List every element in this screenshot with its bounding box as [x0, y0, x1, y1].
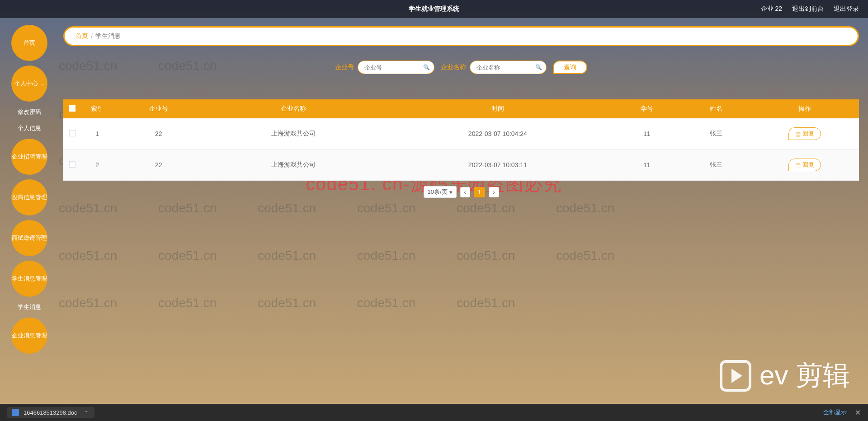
sidebar-home[interactable]: 首页 [11, 25, 47, 61]
download-file[interactable]: 1646618513298.doc ⌃ [7, 407, 94, 418]
sidebar-change-password[interactable]: 修改密码 [9, 106, 50, 118]
page-size-label: 10条/页 [428, 188, 448, 196]
exit-to-front[interactable]: 退出到前台 [792, 5, 824, 13]
watermark: code51.cn [457, 296, 515, 310]
sidebar-student-msg[interactable]: 学生消息 [9, 301, 50, 313]
cell-student-no: 11 [612, 118, 681, 150]
pagination: 10条/页 ▾ ‹ 1 › [63, 186, 859, 198]
watermark: code51.cn [556, 201, 614, 215]
watermark: code51.cn [357, 248, 415, 263]
breadcrumb: 首页 / 学生消息 [63, 26, 859, 46]
download-filename: 1646618513298.doc [24, 409, 77, 416]
watermark: code51.cn [158, 248, 217, 263]
watermark: code51.cn [258, 248, 316, 263]
document-icon: ▤ [795, 131, 801, 137]
watermark: code51.cn [59, 248, 117, 263]
cell-index: 1 [81, 118, 113, 150]
watermark: code51.cn [59, 296, 117, 310]
cell-time: 2022-03-07 10:04:24 [383, 118, 612, 150]
sidebar-interview-mgmt[interactable]: 面试邀请管理 [11, 220, 47, 256]
current-user[interactable]: 企业 22 [761, 5, 782, 13]
watermark: code51.cn [357, 296, 415, 310]
sidebar-personal-center[interactable]: 个人中心 ⌄ [11, 65, 47, 102]
table-row: 2 22 上海游戏共公司 2022-03-07 10:03:11 11 张三 ▤… [63, 150, 859, 181]
breadcrumb-current: 学生消息 [95, 32, 121, 40]
breadcrumb-home[interactable]: 首页 [75, 32, 88, 40]
cell-enterprise-no: 22 [113, 150, 204, 181]
cell-name: 张三 [681, 150, 750, 181]
search-enterprise-name-label: 企业名称 [441, 63, 466, 71]
download-bar: 1646618513298.doc ⌃ 全部显示 ✕ [0, 404, 868, 421]
doc-icon [12, 409, 19, 416]
table: 索引 企业号 企业名称 时间 学号 姓名 操作 1 22 上海游戏共公司 202… [63, 99, 859, 181]
row-checkbox[interactable] [69, 161, 75, 168]
watermark: code51.cn [556, 248, 614, 263]
watermark: code51.cn [158, 201, 217, 215]
page-1[interactable]: 1 [474, 187, 485, 197]
app-title: 学生就业管理系统 [409, 5, 459, 13]
page-size-select[interactable]: 10条/页 ▾ [424, 186, 457, 198]
topbar: 学生就业管理系统 企业 22 退出到前台 退出登录 [0, 0, 868, 18]
watermark: code51.cn [258, 296, 316, 310]
watermark: code51.cn [457, 248, 515, 263]
close-download-bar[interactable]: ✕ [855, 408, 861, 417]
cell-enterprise-name: 上海游戏共公司 [204, 150, 383, 181]
watermark: code51.cn [357, 201, 415, 215]
prev-page[interactable]: ‹ [460, 187, 470, 197]
watermark: code51.cn [59, 201, 117, 215]
reply-button[interactable]: ▤ 回复 [788, 159, 821, 171]
sidebar-resume-mgmt[interactable]: 投简信息管理 [11, 179, 47, 215]
chevron-down-icon: ▾ [449, 189, 453, 196]
col-action: 操作 [750, 99, 859, 118]
watermark: code51.cn [258, 201, 316, 215]
reply-button[interactable]: ▤ 回复 [788, 127, 821, 140]
sidebar: 首页 个人中心 ⌄ 修改密码 个人信息 企业招聘管理 投简信息管理 面试邀请管理… [9, 25, 50, 358]
watermark: code51.cn [457, 201, 515, 215]
sidebar-enterprise-msg-mgmt[interactable]: 企业消息管理 [11, 318, 47, 354]
sidebar-recruit-mgmt[interactable]: 企业招聘管理 [11, 139, 47, 175]
search-row: 企业号 🔍 企业名称 🔍 查询 [63, 61, 859, 74]
search-icon: 🔍 [423, 64, 430, 70]
cell-name: 张三 [681, 118, 750, 150]
row-checkbox[interactable] [69, 130, 75, 136]
col-student-no: 学号 [612, 99, 681, 118]
breadcrumb-sep: / [91, 33, 93, 40]
col-name: 姓名 [681, 99, 750, 118]
logout[interactable]: 退出登录 [834, 5, 859, 13]
cell-student-no: 11 [612, 150, 681, 181]
chevron-up-icon: ⌃ [85, 410, 88, 415]
search-icon: 🔍 [535, 64, 542, 70]
col-enterprise-name: 企业名称 [204, 99, 383, 118]
cell-enterprise-name: 上海游戏共公司 [204, 118, 383, 150]
chevron-down-icon: ⌄ [41, 81, 44, 87]
select-all-checkbox[interactable] [69, 105, 75, 112]
cell-time: 2022-03-07 10:03:11 [383, 150, 612, 181]
document-icon: ▤ [795, 162, 801, 168]
next-page[interactable]: › [489, 187, 499, 197]
show-all-downloads[interactable]: 全部显示 [823, 408, 847, 416]
col-time: 时间 [383, 99, 612, 118]
sidebar-personal-info[interactable]: 个人信息 [9, 122, 50, 134]
col-index: 索引 [81, 99, 113, 118]
sidebar-personal-center-label: 个人中心 [14, 80, 38, 88]
search-button[interactable]: 查询 [553, 61, 587, 74]
cell-index: 2 [81, 150, 113, 181]
sidebar-student-msg-mgmt[interactable]: 学生消息管理 [11, 261, 47, 297]
ev-logo: ev 剪辑 [720, 357, 850, 394]
table-row: 1 22 上海游戏共公司 2022-03-07 10:04:24 11 张三 ▤… [63, 118, 859, 150]
col-enterprise-no: 企业号 [113, 99, 204, 118]
search-enterprise-no-label: 企业号 [335, 63, 354, 71]
cell-enterprise-no: 22 [113, 118, 204, 150]
watermark: code51.cn [158, 296, 217, 310]
